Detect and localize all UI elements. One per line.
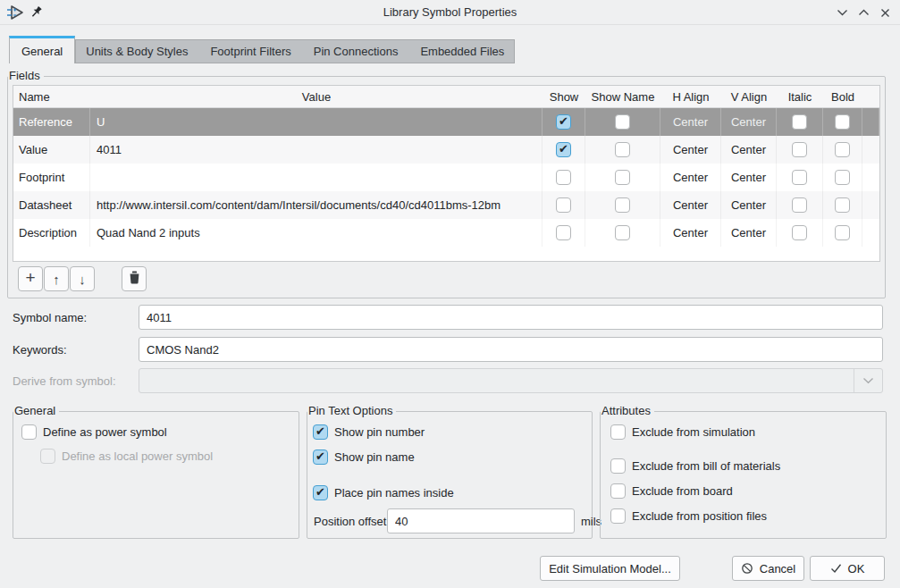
cancel-button[interactable]: Cancel bbox=[732, 556, 804, 581]
show-pin-name-option[interactable]: Show pin name bbox=[313, 449, 415, 465]
exclude-from-board-option[interactable]: Exclude from board bbox=[610, 483, 733, 499]
define-local-power-symbol-checkbox bbox=[40, 449, 55, 464]
symbol-name-input[interactable] bbox=[139, 305, 883, 330]
bold-checkbox[interactable] bbox=[835, 170, 850, 185]
exclude-from-simulation-checkbox[interactable] bbox=[610, 424, 626, 440]
ok-label: OK bbox=[848, 562, 865, 575]
ok-button[interactable]: OK bbox=[810, 556, 885, 581]
fields-group-label: Fields bbox=[8, 69, 44, 82]
tab-pin-connections[interactable]: Pin Connections bbox=[314, 45, 399, 58]
cell-name[interactable]: Description bbox=[13, 219, 90, 247]
window-close-icon[interactable] bbox=[877, 5, 893, 20]
bold-checkbox[interactable] bbox=[835, 142, 850, 157]
cell-h-align[interactable]: Center bbox=[660, 136, 721, 164]
col-show-name[interactable]: Show Name bbox=[585, 86, 660, 107]
italic-checkbox[interactable] bbox=[792, 197, 807, 213]
edit-simulation-model-button[interactable]: Edit Simulation Model... bbox=[540, 556, 680, 581]
cell-value[interactable]: 4011 bbox=[90, 136, 543, 164]
italic-checkbox[interactable] bbox=[792, 142, 807, 157]
position-offset-input[interactable] bbox=[387, 508, 575, 533]
define-power-symbol-option[interactable]: Define as power symbol bbox=[21, 424, 167, 440]
window-shade-icon[interactable] bbox=[834, 5, 850, 20]
show-pin-number-option[interactable]: Show pin number bbox=[313, 424, 425, 440]
show-name-checkbox[interactable] bbox=[615, 225, 630, 240]
show-checkbox[interactable] bbox=[556, 197, 571, 213]
move-field-up-button[interactable]: ↑ bbox=[44, 266, 69, 291]
place-pin-names-inside-option[interactable]: Place pin names inside bbox=[313, 485, 454, 500]
show-pin-name-checkbox[interactable] bbox=[313, 449, 328, 465]
show-name-checkbox[interactable] bbox=[615, 170, 630, 185]
cell-v-align[interactable]: Center bbox=[721, 191, 777, 219]
exclude-from-simulation-label: Exclude from simulation bbox=[632, 425, 755, 439]
cell-value[interactable] bbox=[90, 164, 543, 191]
table-row-description[interactable]: Description Quad Nand 2 inputs Center Ce… bbox=[13, 219, 879, 247]
show-pin-number-checkbox[interactable] bbox=[313, 424, 328, 440]
cancel-slash-circle-icon bbox=[741, 562, 753, 575]
window-maximize-icon[interactable] bbox=[855, 5, 871, 20]
exclude-from-position-files-option[interactable]: Exclude from position files bbox=[610, 508, 767, 524]
cell-name[interactable]: Datasheet bbox=[13, 191, 90, 219]
define-power-symbol-checkbox[interactable] bbox=[21, 424, 37, 440]
table-row-reference[interactable]: Reference U Center Center bbox=[13, 108, 879, 136]
col-bold[interactable]: Bold bbox=[823, 86, 862, 107]
cell-v-align[interactable]: Center bbox=[721, 108, 777, 136]
show-checkbox[interactable] bbox=[556, 170, 571, 185]
col-name[interactable]: Name bbox=[13, 86, 90, 107]
cell-value[interactable]: U bbox=[90, 108, 543, 136]
table-row-value[interactable]: Value 4011 Center Center bbox=[13, 136, 879, 164]
show-pin-number-label: Show pin number bbox=[334, 425, 425, 439]
table-row-datasheet[interactable]: Datasheet http://www.intersil.com/conten… bbox=[13, 191, 879, 219]
col-show[interactable]: Show bbox=[543, 86, 585, 107]
show-name-checkbox[interactable] bbox=[615, 197, 630, 213]
add-field-button[interactable]: + bbox=[18, 266, 43, 291]
col-value[interactable]: Value bbox=[90, 86, 543, 107]
col-h-align[interactable]: H Align bbox=[660, 86, 721, 107]
table-row-footprint[interactable]: Footprint Center Center bbox=[13, 164, 879, 191]
tab-general-label: General bbox=[21, 45, 63, 58]
italic-checkbox[interactable] bbox=[792, 114, 807, 130]
cell-name[interactable]: Reference bbox=[13, 108, 90, 136]
arrow-up-icon: ↑ bbox=[53, 272, 60, 287]
cell-name[interactable]: Footprint bbox=[13, 164, 90, 191]
tab-general[interactable]: General bbox=[9, 36, 75, 63]
cell-v-align[interactable]: Center bbox=[721, 136, 777, 164]
move-field-down-button[interactable]: ↓ bbox=[70, 266, 95, 291]
show-name-checkbox[interactable] bbox=[615, 142, 630, 157]
italic-checkbox[interactable] bbox=[792, 170, 807, 185]
col-italic[interactable]: Italic bbox=[777, 86, 823, 107]
show-checkbox[interactable] bbox=[556, 225, 571, 240]
cell-value[interactable]: http://www.intersil.com/content/dam/Inte… bbox=[90, 191, 543, 219]
bold-checkbox[interactable] bbox=[835, 225, 850, 240]
exclude-from-board-label: Exclude from board bbox=[632, 484, 733, 498]
tab-embedded-files[interactable]: Embedded Files bbox=[420, 45, 504, 58]
plus-icon: + bbox=[25, 268, 35, 288]
tab-footprint-filters[interactable]: Footprint Filters bbox=[210, 45, 290, 58]
cell-value[interactable]: Quad Nand 2 inputs bbox=[90, 219, 543, 247]
bold-checkbox[interactable] bbox=[835, 114, 850, 130]
fields-table[interactable]: Name Value Show Show Name H Align V Alig… bbox=[13, 85, 880, 262]
keywords-input[interactable] bbox=[139, 337, 883, 362]
cell-h-align[interactable]: Center bbox=[660, 164, 721, 191]
exclude-from-simulation-option[interactable]: Exclude from simulation bbox=[610, 424, 755, 440]
exclude-from-bom-option[interactable]: Exclude from bill of materials bbox=[610, 458, 780, 474]
cell-h-align[interactable]: Center bbox=[660, 108, 721, 136]
exclude-from-bom-checkbox[interactable] bbox=[610, 458, 626, 474]
exclude-from-bom-label: Exclude from bill of materials bbox=[632, 459, 780, 473]
cell-h-align[interactable]: Center bbox=[660, 191, 721, 219]
place-pin-names-inside-checkbox[interactable] bbox=[313, 485, 328, 500]
tab-units-body-styles[interactable]: Units & Body Styles bbox=[86, 45, 188, 58]
bold-checkbox[interactable] bbox=[835, 197, 850, 213]
cell-name[interactable]: Value bbox=[13, 136, 90, 164]
exclude-from-board-checkbox[interactable] bbox=[610, 483, 626, 499]
show-checkbox[interactable] bbox=[556, 142, 571, 157]
show-checkbox[interactable] bbox=[556, 114, 571, 130]
position-offset-label: Position offset: bbox=[314, 508, 390, 533]
delete-field-button[interactable] bbox=[122, 266, 147, 291]
col-v-align[interactable]: V Align bbox=[721, 86, 777, 107]
show-name-checkbox[interactable] bbox=[615, 114, 630, 130]
cell-v-align[interactable]: Center bbox=[721, 219, 777, 247]
exclude-from-position-files-checkbox[interactable] bbox=[610, 508, 626, 524]
cell-h-align[interactable]: Center bbox=[660, 219, 721, 247]
italic-checkbox[interactable] bbox=[792, 225, 807, 240]
cell-v-align[interactable]: Center bbox=[721, 164, 777, 191]
